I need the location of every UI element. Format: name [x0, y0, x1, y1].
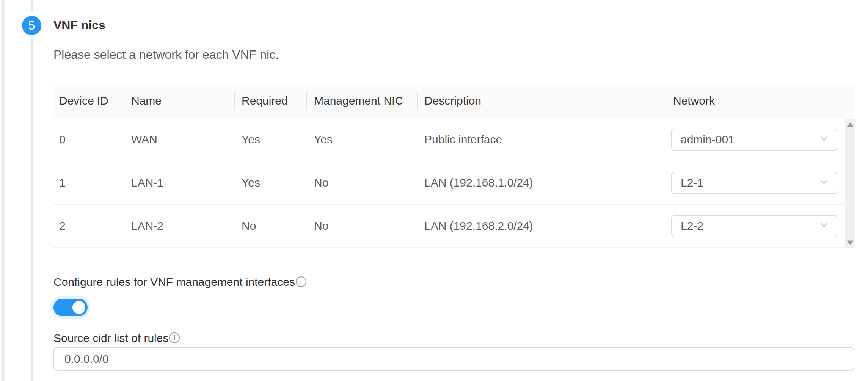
management-rules-label: Configure rules for VNF management inter… [53, 276, 306, 288]
cell-description: Public interface [418, 133, 666, 146]
table-row: 1 LAN-1 Yes No LAN (192.168.1.0/24) L2-1 [53, 161, 855, 205]
info-icon-glyph: i [300, 278, 302, 285]
table-scrollbar[interactable] [845, 119, 855, 248]
cell-name: WAN [124, 133, 235, 146]
info-icon[interactable]: i [296, 276, 306, 287]
step-title: VNF nics [53, 18, 105, 32]
step-content: VNF nics Please select a network for eac… [53, 0, 855, 381]
table-row: 0 WAN Yes Yes Public interface admin-001 [53, 118, 855, 161]
network-select-value: L2-1 [681, 176, 703, 189]
source-cidr-label-text: Source cidr list of rules [53, 332, 168, 344]
chevron-down-icon [819, 133, 829, 146]
cell-required: Yes [235, 133, 307, 146]
source-cidr-input[interactable] [53, 347, 854, 371]
cell-description: LAN (192.168.1.0/24) [418, 176, 666, 189]
network-select-row-0[interactable]: admin-001 [671, 129, 837, 151]
network-select-row-1[interactable]: L2-1 [671, 172, 837, 194]
cell-name: LAN-2 [124, 220, 235, 232]
triangle-down-icon [847, 241, 854, 245]
step-connector-line-top [31, 0, 33, 12]
triangle-up-icon [847, 123, 854, 127]
scrollbar-down-button[interactable] [845, 237, 855, 248]
table-header-row: Device ID Name Required Management NIC D… [53, 84, 855, 118]
chevron-down-icon [819, 220, 829, 232]
cell-device-id: 2 [53, 220, 124, 232]
column-header-network: Network [666, 94, 855, 107]
step-description: Please select a network for each VNF nic… [53, 48, 279, 62]
cell-management-nic: No [307, 176, 418, 189]
info-icon-glyph: i [174, 334, 175, 341]
column-header-name: Name [124, 94, 235, 107]
column-header-device-id: Device ID [53, 94, 124, 107]
column-header-management-nic: Management NIC [307, 94, 418, 107]
toggle-knob [72, 301, 85, 314]
management-rules-label-text: Configure rules for VNF management inter… [53, 276, 295, 288]
cell-management-nic: Yes [307, 133, 418, 146]
vnf-nics-step-panel: 5 VNF nics Please select a network for e… [0, 0, 868, 381]
vnf-nics-table: Device ID Name Required Management NIC D… [53, 84, 855, 248]
management-rules-toggle[interactable] [53, 299, 88, 316]
step-number: 5 [28, 19, 35, 33]
network-select-row-2[interactable]: L2-2 [671, 215, 837, 237]
table-row: 2 LAN-2 No No LAN (192.168.2.0/24) L2-2 [53, 205, 855, 248]
cell-device-id: 1 [53, 176, 124, 189]
step-connector-line-bottom [31, 38, 33, 381]
cell-name: LAN-1 [124, 176, 235, 189]
cell-device-id: 0 [53, 133, 124, 146]
network-select-value: L2-2 [681, 220, 703, 232]
source-cidr-label: Source cidr list of rulesi [53, 332, 180, 345]
left-panel-edge [1, 0, 5, 381]
cell-required: Yes [235, 176, 307, 189]
scrollbar-up-button[interactable] [845, 119, 855, 130]
cell-description: LAN (192.168.2.0/24) [418, 220, 666, 232]
column-header-description: Description [418, 94, 666, 107]
column-header-required: Required [235, 94, 307, 107]
step-number-badge: 5 [22, 16, 41, 35]
network-select-value: admin-001 [681, 133, 735, 146]
cell-required: No [235, 220, 307, 232]
chevron-down-icon [819, 176, 829, 189]
cell-management-nic: No [307, 220, 418, 232]
info-icon[interactable]: i [169, 332, 180, 343]
